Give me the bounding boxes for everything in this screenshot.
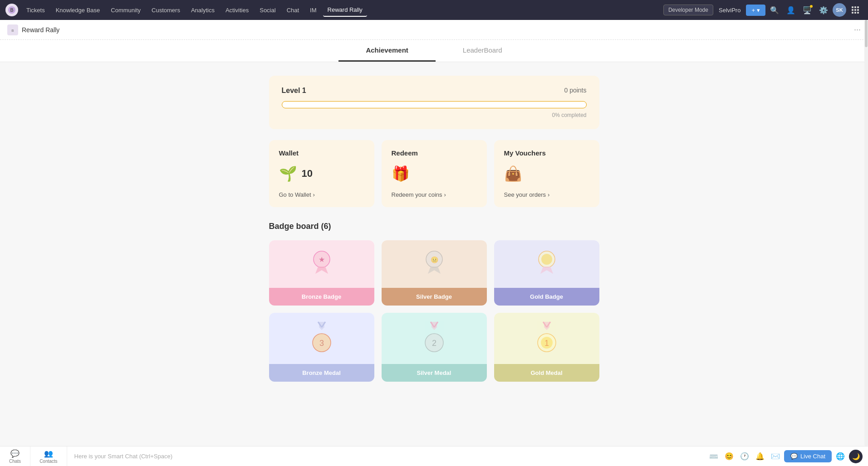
see-orders-link[interactable]: See your orders › (504, 191, 589, 198)
svg-text:2: 2 (432, 339, 436, 348)
redeem-card[interactable]: Redeem 🎁 Redeem your coins › (382, 140, 487, 207)
badge-gold-medal-card: 1 Gold Medal (494, 313, 599, 382)
plus-icon: + (751, 7, 755, 14)
redeem-icon-row: 🎁 (392, 165, 477, 182)
wallet-title: Wallet (279, 149, 364, 157)
breadcrumb-logo: B (7, 24, 18, 35)
grid-apps-icon-btn[interactable] (848, 3, 863, 17)
svg-text:3: 3 (319, 339, 324, 348)
redeem-coins-link[interactable]: Redeem your coins › (392, 191, 477, 198)
vouchers-card[interactable]: My Vouchers 👜 See your orders › (494, 140, 599, 207)
svg-text:★: ★ (319, 256, 325, 263)
level-card: Level 1 0 points 0% completed (269, 76, 599, 129)
nav-tickets[interactable]: Tickets (22, 4, 49, 16)
vouchers-icon: 👜 (504, 165, 522, 182)
level-title: Level 1 (282, 87, 306, 95)
gold-badge-label: Gold Badge (494, 288, 599, 306)
bronze-medal-icon: 3 (309, 321, 334, 359)
nav-chat[interactable]: Chat (282, 4, 304, 16)
level-header: Level 1 0 points (282, 87, 587, 95)
scroll-bar[interactable] (864, 20, 868, 446)
svg-text:B: B (10, 8, 13, 13)
cards-row: Wallet 🌱 10 Go to Wallet › Redeem 🎁 Rede… (269, 140, 599, 207)
wallet-card[interactable]: Wallet 🌱 10 Go to Wallet › (269, 140, 374, 207)
progress-percent: 0% completed (282, 112, 587, 118)
wallet-icon-row: 🌱 10 (279, 165, 364, 182)
chevron-right-icon: › (548, 191, 549, 198)
silver-medal-icon: 2 (422, 321, 447, 359)
breadcrumb-title: Reward Rally (22, 26, 59, 34)
chevron-down-icon: ▾ (757, 7, 760, 14)
badge-board: Badge board (6) ★ Bronze Badge (269, 222, 599, 382)
settings-icon-btn[interactable]: ⚙️ (816, 3, 831, 17)
gold-badge-icon (534, 248, 559, 282)
go-to-wallet-link[interactable]: Go to Wallet › (279, 191, 364, 198)
gold-medal-icon: 1 (534, 321, 559, 359)
svg-point-9 (541, 254, 552, 265)
nav-im[interactable]: IM (305, 4, 321, 16)
notifications-icon-btn[interactable]: 🖥️ (800, 3, 814, 17)
user-avatar[interactable]: SK (833, 3, 846, 17)
badge-grid: ★ Bronze Badge 😐 (269, 240, 599, 382)
more-options-button[interactable]: ··· (854, 25, 861, 34)
nav-community[interactable]: Community (106, 4, 145, 16)
badge-silver-medal-card: 2 Silver Medal (382, 313, 487, 382)
tab-achievement[interactable]: Achievement (338, 40, 435, 62)
silver-badge-icon: 😐 (422, 248, 447, 282)
svg-text:😐: 😐 (430, 256, 438, 264)
wallet-value: 10 (302, 168, 313, 180)
silver-badge-label: Silver Badge (382, 288, 487, 306)
brand-label: SelviPro (715, 7, 744, 14)
search-button[interactable]: 🔍 (767, 3, 782, 17)
progress-bar (282, 101, 587, 108)
svg-text:B: B (11, 29, 14, 33)
badge-gold-card: Gold Badge (494, 240, 599, 306)
chevron-right-icon: › (444, 191, 446, 198)
developer-mode-button[interactable]: Developer Mode (663, 5, 713, 15)
silver-medal-label: Silver Medal (382, 364, 487, 382)
breadcrumb-bar: B Reward Rally ··· (0, 20, 868, 40)
main-content: Achievement LeaderBoard Level 1 0 points… (0, 40, 868, 446)
top-navigation: B Tickets Knowledge Base Community Custo… (0, 0, 868, 20)
bronze-badge-icon: ★ (309, 248, 334, 282)
wallet-icon: 🌱 (279, 165, 297, 182)
nav-analytics[interactable]: Analytics (186, 4, 219, 16)
redeem-icon: 🎁 (392, 165, 410, 182)
bronze-medal-label: Bronze Medal (269, 364, 374, 382)
level-points: 0 points (564, 87, 586, 95)
bronze-badge-label: Bronze Badge (269, 288, 374, 306)
tab-leaderboard[interactable]: LeaderBoard (436, 40, 530, 62)
badge-silver-card: 😐 Silver Badge (382, 240, 487, 306)
content-area: Level 1 0 points 0% completed Wallet 🌱 1… (262, 62, 607, 395)
badge-board-title: Badge board (6) (269, 222, 599, 231)
gold-medal-label: Gold Medal (494, 364, 599, 382)
add-button[interactable]: + ▾ (746, 5, 765, 16)
badge-bronze-medal-card: 3 Bronze Medal (269, 313, 374, 382)
vouchers-title: My Vouchers (504, 149, 589, 157)
nav-customers[interactable]: Customers (147, 4, 185, 16)
scroll-thumb[interactable] (865, 20, 868, 47)
tabs-bar: Achievement LeaderBoard (0, 40, 868, 62)
svg-text:1: 1 (544, 339, 549, 348)
redeem-title: Redeem (392, 149, 477, 157)
nav-social[interactable]: Social (255, 4, 280, 16)
vouchers-icon-row: 👜 (504, 165, 589, 182)
nav-activities[interactable]: Activities (221, 4, 253, 16)
badge-bronze-card: ★ Bronze Badge (269, 240, 374, 306)
nav-reward-rally[interactable]: Reward Rally (323, 4, 367, 17)
profile-icon-btn[interactable]: 👤 (784, 3, 798, 17)
chevron-right-icon: › (313, 191, 315, 198)
nav-knowledge-base[interactable]: Knowledge Base (51, 4, 105, 16)
app-logo: B (5, 4, 18, 16)
